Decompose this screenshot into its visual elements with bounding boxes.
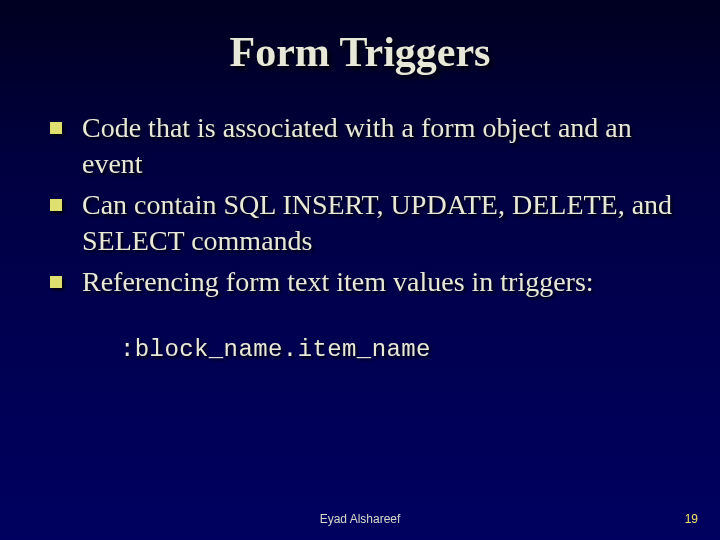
code-reference: :block_name.item_name <box>120 336 680 363</box>
square-bullet-icon <box>50 276 62 288</box>
footer-page-number: 19 <box>685 512 698 526</box>
slide-container: Form Triggers Code that is associated wi… <box>0 0 720 540</box>
footer-author: Eyad Alshareef <box>0 512 720 526</box>
square-bullet-icon <box>50 199 62 211</box>
bullet-text: Can contain SQL INSERT, UPDATE, DELETE, … <box>82 189 672 256</box>
bullet-text: Referencing form text item values in tri… <box>82 266 594 297</box>
square-bullet-icon <box>50 122 62 134</box>
bullet-item: Code that is associated with a form obje… <box>50 110 680 183</box>
bullet-list: Code that is associated with a form obje… <box>40 110 680 300</box>
bullet-item: Referencing form text item values in tri… <box>50 264 680 300</box>
bullet-text: Code that is associated with a form obje… <box>82 112 632 179</box>
bullet-item: Can contain SQL INSERT, UPDATE, DELETE, … <box>50 187 680 260</box>
slide-title: Form Triggers <box>40 28 680 76</box>
